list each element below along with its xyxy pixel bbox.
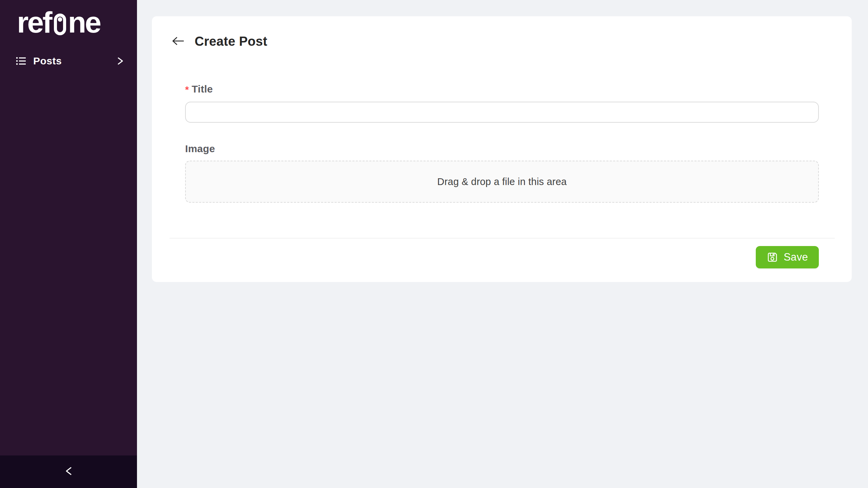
sidebar: ref ne Posts <box>0 0 137 488</box>
page-header: Create Post <box>152 16 852 49</box>
image-label-text: Image <box>185 143 215 154</box>
logo-text-ref: ref <box>17 9 51 36</box>
arrow-left-icon <box>172 36 185 47</box>
sidebar-item-label: Posts <box>33 55 62 67</box>
chevron-left-icon <box>64 465 73 478</box>
create-post-card: Create Post *Title Image Drag & drop a f… <box>152 16 852 282</box>
required-asterisk: * <box>185 84 189 95</box>
image-field-label: Image <box>185 142 819 155</box>
floppy-disk-icon <box>767 251 778 263</box>
create-post-form: *Title Image Drag & drop a file in this … <box>152 83 852 203</box>
main-content: Create Post *Title Image Drag & drop a f… <box>137 0 868 488</box>
card-footer: Save <box>152 239 852 268</box>
toggle-pill-icon <box>54 14 66 35</box>
logo-text-ne: ne <box>68 9 100 36</box>
back-button[interactable] <box>171 34 186 49</box>
image-form-item: Image Drag & drop a file in this area <box>185 142 819 203</box>
sidebar-menu: Posts <box>0 50 137 72</box>
dropzone-text: Drag & drop a file in this area <box>437 176 567 187</box>
title-label-text: Title <box>192 83 213 95</box>
save-button-label: Save <box>784 251 808 263</box>
title-input[interactable] <box>185 102 819 123</box>
logo-dot <box>58 17 62 22</box>
save-button[interactable]: Save <box>756 246 819 268</box>
page-title: Create Post <box>195 34 268 49</box>
sidebar-item-posts[interactable]: Posts <box>0 50 137 72</box>
refine-logo[interactable]: ref ne <box>0 0 137 36</box>
title-field-label: *Title <box>185 83 819 96</box>
unordered-list-icon <box>16 56 26 66</box>
title-form-item: *Title <box>185 83 819 123</box>
app-root: ref ne Posts <box>0 0 868 488</box>
image-dropzone[interactable]: Drag & drop a file in this area <box>185 161 819 203</box>
chevron-right-icon <box>117 56 124 66</box>
sidebar-collapse-trigger[interactable] <box>0 455 137 488</box>
